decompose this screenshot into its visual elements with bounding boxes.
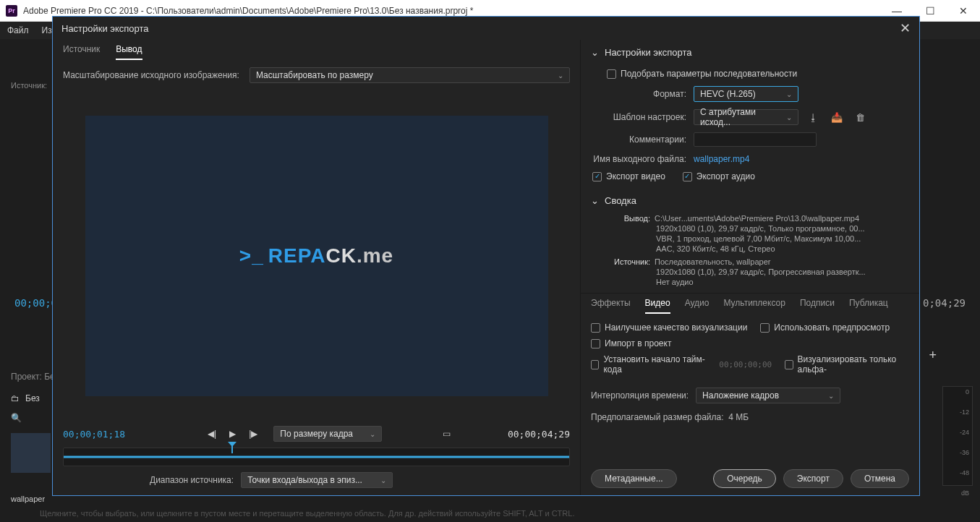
project-item-label: wallpaper (11, 495, 45, 503)
estimated-size-row: Предполагаемый размер файла: 4 МБ (581, 408, 919, 427)
fit-select[interactable]: По размеру кадра ⌄ (273, 426, 382, 442)
current-timecode[interactable]: 00;00;01;18 (63, 429, 125, 440)
bg-timecode-left: 00;00;0 (14, 297, 57, 309)
app-icon: Pr (6, 5, 17, 17)
menu-edit-trunc: Из (42, 25, 52, 35)
export-audio-checkbox[interactable]: Экспорт аудио (683, 171, 755, 181)
preview-content: >_REPACK.me (239, 244, 393, 268)
aspect-ratio-icon[interactable]: ▭ (440, 429, 453, 439)
subtab-audio[interactable]: Аудио (685, 298, 710, 314)
dialog-header: Настройки экспорта ✕ (53, 17, 919, 40)
project-panel-label: Проект: Бе (11, 372, 55, 382)
set-start-timecode-checkbox[interactable]: Установить начало тайм-кода (591, 354, 706, 375)
menu-file[interactable]: Файл (7, 25, 29, 35)
subtab-publish[interactable]: Публикац (849, 298, 888, 314)
export-settings-dialog: Настройки экспорта ✕ Источник Вывод Масш… (52, 16, 920, 496)
preview-tabs: Источник Вывод (53, 40, 580, 60)
project-item-thumbnail[interactable] (11, 433, 51, 473)
format-label: Формат: (607, 89, 686, 99)
bin-label: Без (25, 393, 40, 403)
chevron-down-icon: ⌄ (380, 476, 386, 484)
subtab-effects[interactable]: Эффекты (591, 298, 631, 314)
render-alpha-checkbox[interactable]: Визуализировать только альфа- (785, 354, 909, 375)
output-filename-link[interactable]: wallpaper.mp4 (694, 154, 749, 164)
bin-icon: 🗀 (11, 393, 20, 403)
add-track-icon[interactable]: + (929, 348, 937, 363)
preset-label: Шаблон настроек: (607, 112, 686, 122)
preview-area: >_REPACK.me (53, 89, 580, 423)
preset-select[interactable]: С атрибутами исход... ⌄ (694, 109, 798, 125)
import-project-checkbox[interactable]: Импорт в проект (591, 338, 671, 348)
export-button[interactable]: Экспорт (783, 469, 843, 488)
scale-select[interactable]: Масштабировать по размеру ⌄ (250, 67, 570, 83)
scale-label: Масштабирование исходного изображения: (63, 70, 239, 80)
video-preview: >_REPACK.me (85, 116, 548, 396)
chevron-down-icon: ⌄ (786, 114, 792, 121)
step-fwd-icon[interactable]: |▶ (246, 429, 260, 439)
max-quality-checkbox[interactable]: Наилучшее качество визуализации (591, 322, 747, 333)
window-title: Adobe Premiere Pro CC 2019 - C:\Пользова… (23, 6, 473, 16)
interp-select[interactable]: Наложение кадров ⌄ (696, 388, 840, 403)
settings-panel: ⌄ Настройки экспорта Подобрать параметры… (581, 40, 919, 495)
search-icon[interactable]: 🔍 (11, 413, 22, 423)
summary-body: Вывод:C:\User...uments\Adobe\Premiere Pr… (581, 210, 919, 290)
chevron-down-icon: ⌄ (591, 195, 599, 206)
summary-header[interactable]: ⌄ Сводка (581, 188, 919, 210)
preview-panel: Источник Вывод Масштабирование исходного… (53, 40, 581, 495)
audio-meter: 0 -12 -24 -36 -48 dB (942, 386, 973, 486)
video-options: Наилучшее качество визуализации Использо… (581, 314, 919, 383)
metadata-button[interactable]: Метаданные... (591, 469, 677, 488)
match-sequence-checkbox[interactable]: Подобрать параметры последовательности (607, 69, 797, 79)
tab-source[interactable]: Источник (63, 44, 100, 60)
play-icon[interactable]: ▶ (226, 429, 239, 439)
chevron-down-icon: ⌄ (828, 392, 834, 400)
timeline-slider[interactable] (63, 448, 570, 466)
interp-label: Интерполяция времени: (591, 390, 689, 401)
export-settings-header[interactable]: ⌄ Настройки экспорта (581, 40, 919, 62)
use-previews-checkbox[interactable]: Использовать предпросмотр (760, 322, 890, 333)
close-button[interactable]: ✕ (947, 0, 980, 22)
format-select[interactable]: HEVC (H.265) ⌄ (694, 86, 798, 102)
transport-controls: 00;00;01;18 ◀| ▶ |▶ По размеру кадра ⌄ ▭… (53, 423, 580, 495)
cancel-button[interactable]: Отмена (851, 469, 909, 488)
output-name-label: Имя выходного файла: (592, 154, 686, 164)
chevron-down-icon: ⌄ (370, 430, 375, 438)
comments-input[interactable] (694, 132, 817, 147)
export-video-checkbox[interactable]: Экспорт видео (592, 171, 665, 181)
source-range-select[interactable]: Точки входа/выхода в эпиз... ⌄ (241, 472, 393, 488)
dialog-close-button[interactable]: ✕ (900, 20, 911, 36)
project-bin-row: 🗀 Без (11, 393, 40, 403)
step-back-icon[interactable]: ◀| (205, 429, 219, 439)
subtab-video[interactable]: Видео (645, 298, 670, 314)
start-timecode-value: 00;00;00;00 (719, 360, 772, 369)
duration-timecode: 00;00;04;29 (508, 429, 570, 440)
subtab-captions[interactable]: Подписи (800, 298, 835, 314)
status-hint: Щелкните, чтобы выбрать, или щелкните в … (40, 509, 574, 518)
bg-timecode-right: 0;04;29 (923, 297, 966, 309)
chevron-down-icon: ⌄ (786, 90, 792, 98)
dialog-footer: Метаданные... Очередь Экспорт Отмена (581, 462, 919, 495)
chevron-down-icon: ⌄ (558, 72, 563, 80)
comments-label: Комментарии: (607, 134, 686, 145)
source-panel-label: Источник: (11, 81, 47, 90)
delete-preset-icon[interactable]: 🗑 (853, 112, 868, 123)
playhead[interactable] (231, 446, 233, 453)
range-label: Диапазон источника: (150, 475, 234, 485)
tab-output[interactable]: Вывод (116, 44, 142, 60)
dialog-title: Настройки экспорта (61, 23, 149, 34)
time-interpolation-row: Интерполяция времени: Наложение кадров ⌄ (581, 383, 919, 408)
settings-subtabs: Эффекты Видео Аудио Мультиплексор Подпис… (581, 293, 919, 314)
import-preset-icon[interactable]: 📥 (828, 112, 845, 123)
save-preset-icon[interactable]: ⭳ (806, 112, 821, 123)
scale-row: Масштабирование исходного изображения: М… (53, 60, 580, 89)
estimated-size-value: 4 МБ (728, 412, 749, 422)
queue-button[interactable]: Очередь (713, 469, 776, 488)
chevron-down-icon: ⌄ (591, 47, 599, 58)
subtab-multiplexer[interactable]: Мультиплексор (723, 298, 785, 314)
